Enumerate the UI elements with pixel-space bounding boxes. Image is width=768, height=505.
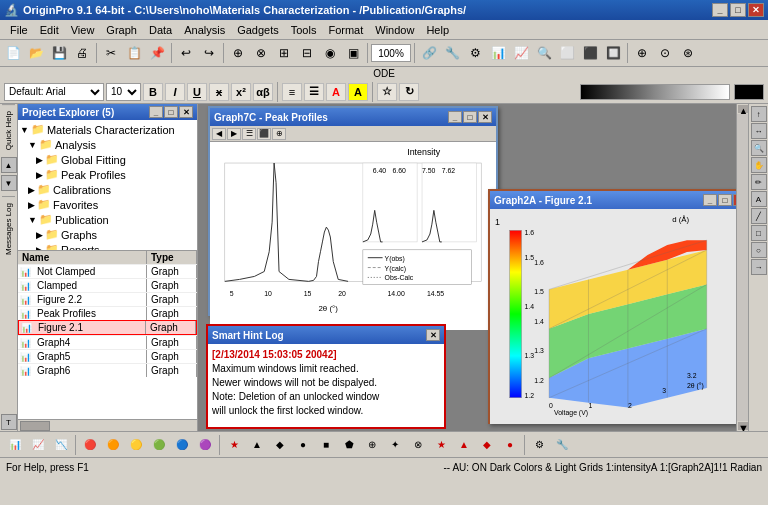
rotate-button[interactable]: ↻ [399, 83, 419, 101]
rs-tool-pan[interactable]: ✋ [751, 157, 767, 173]
table-row[interactable]: 📊 Not Clamped Graph [18, 264, 197, 278]
tree-node-graphs[interactable]: ▶ 📁 Graphs [20, 227, 195, 242]
gtb-btn2[interactable]: ▶ [227, 128, 241, 140]
minimize-button[interactable]: _ [712, 3, 728, 17]
tree-node-global-fitting[interactable]: ▶ 📁 Global Fitting [20, 152, 195, 167]
tool13[interactable]: ⬜ [556, 42, 578, 64]
g2a-min-btn[interactable]: _ [703, 194, 717, 206]
menu-tools[interactable]: Tools [285, 22, 323, 38]
bt-v1[interactable]: ⚙ [528, 434, 550, 456]
print-button[interactable]: 🖨 [71, 42, 93, 64]
bt-u5[interactable]: ■ [315, 434, 337, 456]
menu-data[interactable]: Data [143, 22, 178, 38]
bt-t4[interactable]: 🟢 [148, 434, 170, 456]
bt-save[interactable]: 📉 [50, 434, 72, 456]
font-name-select[interactable]: Default: Arial [4, 83, 104, 101]
rs-tool-arrow2[interactable]: → [751, 259, 767, 275]
scroll-arrow-up[interactable]: ▲ [738, 105, 748, 113]
table-row[interactable]: 📊 Figure 2.2 Graph [18, 292, 197, 306]
tool6[interactable]: ▣ [342, 42, 364, 64]
tree-node-favorites[interactable]: ▶ 📁 Favorites [20, 197, 195, 212]
bt-u10[interactable]: ★ [430, 434, 452, 456]
tree-node-publication[interactable]: ▼ 📁 Publication [20, 212, 195, 227]
align-left-button[interactable]: ≡ [282, 83, 302, 101]
redo-button[interactable]: ↪ [198, 42, 220, 64]
undo-button[interactable]: ↩ [175, 42, 197, 64]
table-row[interactable]: 📊 Peak Profiles Graph [18, 306, 197, 320]
rs-tool-draw[interactable]: ✏ [751, 174, 767, 190]
highlight-button[interactable]: A [348, 83, 368, 101]
tool17[interactable]: ⊙ [654, 42, 676, 64]
tool16[interactable]: ⊕ [631, 42, 653, 64]
scroll-arrow-down[interactable]: ▼ [738, 422, 748, 430]
bt-u12[interactable]: ◆ [476, 434, 498, 456]
tool4[interactable]: ⊟ [296, 42, 318, 64]
save-button[interactable]: 💾 [48, 42, 70, 64]
tree-node-peak-profiles[interactable]: ▶ 📁 Peak Profiles [20, 167, 195, 182]
menu-analysis[interactable]: Analysis [178, 22, 231, 38]
gtb-btn3[interactable]: ☰ [242, 128, 256, 140]
font-size-select[interactable]: 10 [106, 83, 141, 101]
zoom-input[interactable] [371, 44, 411, 62]
superscript-button[interactable]: x² [231, 83, 251, 101]
tool7[interactable]: 🔗 [418, 42, 440, 64]
g7c-min-btn[interactable]: _ [448, 111, 462, 123]
tree-node-materials[interactable]: ▼ 📁 Materials Characterization [20, 122, 195, 137]
tool10[interactable]: 📊 [487, 42, 509, 64]
g7c-max-btn[interactable]: □ [463, 111, 477, 123]
table-row[interactable]: 📊 Graph5 Graph [18, 349, 197, 363]
menu-view[interactable]: View [65, 22, 101, 38]
work-area-scrollbar-v[interactable]: ▲ ▼ [736, 104, 748, 431]
hint-log-close-btn[interactable]: ✕ [426, 329, 440, 341]
table-row[interactable]: 📊 Graph4 Graph [18, 335, 197, 349]
tree-node-calibrations[interactable]: ▶ 📁 Calibrations [20, 182, 195, 197]
arrow-down-btn[interactable]: ▼ [1, 175, 17, 191]
g7c-close-btn[interactable]: ✕ [478, 111, 492, 123]
bold-button[interactable]: B [143, 83, 163, 101]
table-row-figure21[interactable]: 📊 Figure 2.1 Graph [18, 320, 197, 335]
tree-node-reports[interactable]: ▶ 📁 Reports [20, 242, 195, 250]
bt-t2[interactable]: 🟠 [102, 434, 124, 456]
tool14[interactable]: ⬛ [579, 42, 601, 64]
tree-node-analysis[interactable]: ▼ 📁 Analysis [20, 137, 195, 152]
pe-max-btn[interactable]: □ [164, 106, 178, 118]
bt-t6[interactable]: 🟣 [194, 434, 216, 456]
bt-u6[interactable]: ⬟ [338, 434, 360, 456]
menu-graph[interactable]: Graph [100, 22, 143, 38]
tool9[interactable]: ⚙ [464, 42, 486, 64]
bt-u2[interactable]: ▲ [246, 434, 268, 456]
bt-u1[interactable]: ★ [223, 434, 245, 456]
g2a-max-btn[interactable]: □ [718, 194, 732, 206]
menu-file[interactable]: File [4, 22, 34, 38]
tool11[interactable]: 📈 [510, 42, 532, 64]
title-bar-buttons[interactable]: _ □ ✕ [712, 3, 764, 17]
rs-tool-ellipse[interactable]: ○ [751, 242, 767, 258]
tool8[interactable]: 🔧 [441, 42, 463, 64]
gtb-btn4[interactable]: ⬛ [257, 128, 271, 140]
menu-format[interactable]: Format [322, 22, 369, 38]
bt-t1[interactable]: 🔴 [79, 434, 101, 456]
table-row[interactable]: 📊 Clamped Graph [18, 278, 197, 292]
text-color-button[interactable]: A [326, 83, 346, 101]
bt-u4[interactable]: ● [292, 434, 314, 456]
tool18[interactable]: ⊛ [677, 42, 699, 64]
menu-edit[interactable]: Edit [34, 22, 65, 38]
scrollbar-thumb-h[interactable] [20, 421, 50, 431]
bt-u13[interactable]: ● [499, 434, 521, 456]
bt-u8[interactable]: ✦ [384, 434, 406, 456]
rs-tool-zoom[interactable]: 🔍 [751, 140, 767, 156]
copy-button[interactable]: 📋 [123, 42, 145, 64]
bt-u9[interactable]: ⊗ [407, 434, 429, 456]
open-button[interactable]: 📂 [25, 42, 47, 64]
paste-button[interactable]: 📌 [146, 42, 168, 64]
menu-gadgets[interactable]: Gadgets [231, 22, 285, 38]
new-button[interactable]: 📄 [2, 42, 24, 64]
gtb-btn5[interactable]: ⊕ [272, 128, 286, 140]
align-center-button[interactable]: ☰ [304, 83, 324, 101]
rs-tool-arrow[interactable]: ↑ [751, 106, 767, 122]
tool12[interactable]: 🔍 [533, 42, 555, 64]
italic-button[interactable]: I [165, 83, 185, 101]
bt-new[interactable]: 📊 [4, 434, 26, 456]
bt-u3[interactable]: ◆ [269, 434, 291, 456]
underline-button[interactable]: U [187, 83, 207, 101]
